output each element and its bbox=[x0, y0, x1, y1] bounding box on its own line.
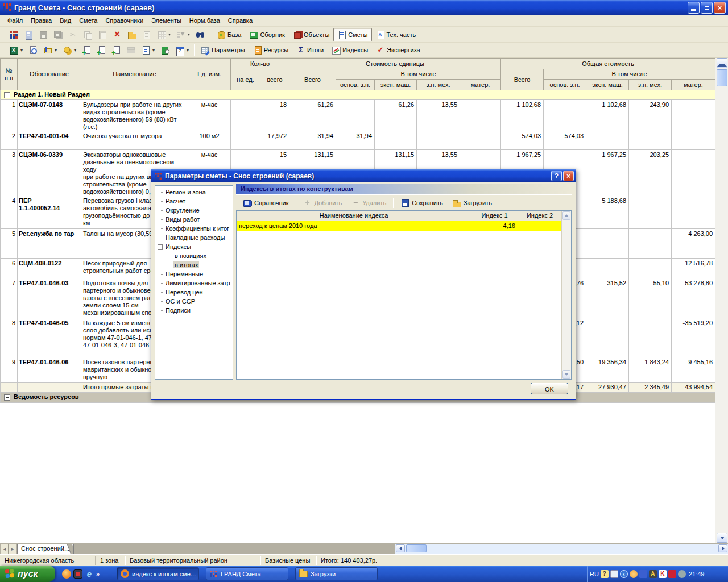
col-header-name[interactable]: Наименование bbox=[81, 59, 188, 90]
binoculars-button[interactable] bbox=[193, 28, 208, 41]
tray-chevron-icon[interactable]: ‹ bbox=[620, 570, 628, 578]
col-header-unit-osn[interactable]: основ. з.п. bbox=[336, 80, 375, 90]
menu-elements[interactable]: Элементы bbox=[147, 16, 185, 25]
col-header-num[interactable]: № п.п bbox=[1, 59, 18, 90]
scroll-down-button[interactable] bbox=[717, 533, 727, 543]
preview-button[interactable] bbox=[26, 43, 40, 57]
folder-open-button[interactable]: Загрузить bbox=[448, 197, 497, 209]
cell-num[interactable]: 3 bbox=[1, 150, 18, 196]
ruler-button[interactable]: ▾ bbox=[40, 43, 60, 57]
cell-name[interactable]: Бульдозеры при работе на других видах ст… bbox=[81, 100, 188, 131]
restore-button[interactable] bbox=[701, 2, 713, 14]
cell-t_mat[interactable]: 53 278,80 bbox=[672, 278, 715, 318]
params-nav-button[interactable]: Параметры bbox=[197, 43, 249, 57]
excel-button[interactable]: ▾ bbox=[6, 43, 26, 57]
cell-index1[interactable]: 4,16 bbox=[471, 221, 518, 231]
col-header-qty[interactable]: Кол-во bbox=[231, 59, 289, 69]
calendar-button[interactable]: ▾ bbox=[172, 43, 192, 57]
coins-button[interactable]: ▾ bbox=[60, 43, 79, 57]
kaspersky-tray-icon[interactable]: K bbox=[659, 570, 667, 578]
cell-num[interactable]: 8 bbox=[1, 318, 18, 357]
scroll-right-button[interactable] bbox=[718, 544, 727, 552]
section-row[interactable]: Раздел 1. Новый Раздел bbox=[1, 90, 715, 100]
cell-code[interactable]: ТЕР47-01-046-03 bbox=[18, 278, 81, 318]
tree-item[interactable]: Регион и зона bbox=[155, 188, 233, 197]
book-blue-button[interactable]: Справочник bbox=[238, 197, 293, 209]
quick-launch-update-icon[interactable] bbox=[62, 569, 71, 579]
cell-t_zpm[interactable] bbox=[629, 131, 672, 150]
cell-name[interactable]: Очистка участка от мусора bbox=[81, 131, 188, 150]
col-header-unit[interactable]: Ед. изм. bbox=[188, 59, 231, 90]
tree-item[interactable]: Индексы bbox=[155, 242, 233, 251]
cell-t_zpm[interactable] bbox=[629, 318, 672, 357]
tree-item[interactable]: Расчет bbox=[155, 197, 233, 206]
book-green-nav-button[interactable]: Сборник bbox=[245, 28, 289, 41]
cell-t_osn[interactable] bbox=[544, 100, 586, 131]
quick-launch-ie-icon[interactable]: e bbox=[85, 569, 94, 579]
cell-t_zpm[interactable] bbox=[629, 229, 672, 259]
cell-u_total[interactable]: 31,94 bbox=[289, 131, 336, 150]
puzzle-tray-icon[interactable] bbox=[639, 570, 647, 578]
cell-code[interactable]: ТЕР47-01-001-04 bbox=[18, 131, 81, 150]
cell-t_zpm[interactable] bbox=[629, 259, 672, 278]
dialog-titlebar[interactable]: Параметры сметы - Снос строений (сараев)… bbox=[151, 169, 576, 182]
cell-unit[interactable]: 100 м2 bbox=[188, 131, 231, 150]
sheet-tab[interactable]: Снос строений... bbox=[17, 544, 74, 554]
cell-t_eksp[interactable]: 27 930,47 bbox=[586, 383, 629, 393]
font-tray-icon[interactable]: A bbox=[649, 570, 657, 578]
cell-qty_per[interactable] bbox=[231, 100, 260, 131]
col-header-grand-eksp[interactable]: эксп. маш. bbox=[586, 80, 629, 90]
cell-code[interactable]: Рег.служба по тар bbox=[18, 229, 81, 259]
cell-qty_all[interactable]: 17,972 bbox=[260, 131, 289, 150]
cell-t_eksp[interactable]: 1 967,25 bbox=[586, 150, 629, 196]
app-grid-button[interactable] bbox=[6, 28, 21, 41]
red-app-tray-icon[interactable] bbox=[668, 570, 676, 578]
tree-item[interactable]: Лимитированные затр bbox=[155, 278, 233, 288]
add-position-button[interactable] bbox=[79, 43, 94, 57]
cell-t_zpm[interactable]: 243,90 bbox=[629, 100, 672, 131]
sigma-nav-button[interactable]: Итоги bbox=[292, 43, 328, 57]
cell-t_mat[interactable]: 9 455,16 bbox=[672, 357, 715, 383]
resources-nav-button[interactable]: Ресурсы bbox=[249, 43, 292, 57]
col-index-name[interactable]: Наименование индекса bbox=[237, 211, 471, 221]
col-header-per-unit[interactable]: на ед. bbox=[231, 69, 260, 90]
cell-t_eksp[interactable] bbox=[586, 131, 629, 150]
tree-item[interactable]: Округление bbox=[155, 206, 233, 215]
cell-u_osn[interactable]: 31,94 bbox=[336, 131, 375, 150]
cell-code[interactable]: ТЕР47-01-046-06 bbox=[18, 357, 81, 383]
col-header-grand-zpm[interactable]: з.п. мех. bbox=[629, 80, 672, 90]
close-button[interactable]: × bbox=[714, 2, 726, 14]
scroll-up-button[interactable] bbox=[717, 58, 727, 68]
dialog-close-button[interactable]: × bbox=[563, 171, 574, 181]
cell-t_mat[interactable]: -35 519,20 bbox=[672, 318, 715, 357]
scroll-thumb[interactable] bbox=[406, 544, 427, 552]
col-index-2[interactable]: Индекс 2 bbox=[518, 211, 561, 221]
col-header-grand-osn[interactable]: основ. з.п. bbox=[544, 80, 586, 90]
cell-t_total[interactable]: 1 102,68 bbox=[501, 100, 544, 131]
books-red-nav-button[interactable]: Объекты bbox=[289, 28, 333, 41]
cell-t_zpm[interactable]: 1 843,24 bbox=[629, 357, 672, 383]
list-vertical-scrollbar[interactable] bbox=[561, 211, 571, 379]
cell-t_zpm[interactable]: 2 345,49 bbox=[629, 383, 672, 393]
expand-resources-icon[interactable] bbox=[4, 394, 10, 401]
task-downloads[interactable]: Загрузки bbox=[295, 567, 378, 580]
cell-name[interactable]: переход к ценам 2010 года bbox=[237, 221, 471, 231]
cell-code[interactable]: ТЕР47-01-046-05 bbox=[18, 318, 81, 357]
col-index-1[interactable]: Индекс 1 bbox=[471, 211, 518, 221]
cell-num[interactable]: 1 bbox=[1, 100, 18, 131]
cell-t_total[interactable]: 574,03 bbox=[501, 131, 544, 150]
col-header-unit-incl[interactable]: В том числе bbox=[336, 69, 501, 80]
cell-t_zpm[interactable]: 203,25 bbox=[629, 150, 672, 196]
doc-lines-button[interactable]: ▾ bbox=[138, 43, 158, 57]
database-nav-button[interactable]: База bbox=[213, 28, 245, 41]
col-header-grand-total[interactable]: Всего bbox=[501, 69, 544, 90]
scroll-thumb[interactable] bbox=[717, 69, 727, 86]
doc-a-nav-button[interactable]: Тех. часть bbox=[372, 28, 420, 41]
col-header-grand-incl[interactable]: В том числе bbox=[544, 69, 715, 80]
cell-t_osn[interactable]: 574,03 bbox=[544, 131, 586, 150]
scroll-left-button[interactable] bbox=[396, 544, 405, 552]
menu-normbase[interactable]: Норм.база bbox=[185, 16, 224, 25]
cell-u_total[interactable]: 61,26 bbox=[289, 100, 336, 131]
col-header-unit-zpm[interactable]: з.п. мех. bbox=[417, 80, 460, 90]
tree-item[interactable]: Виды работ bbox=[155, 215, 233, 224]
